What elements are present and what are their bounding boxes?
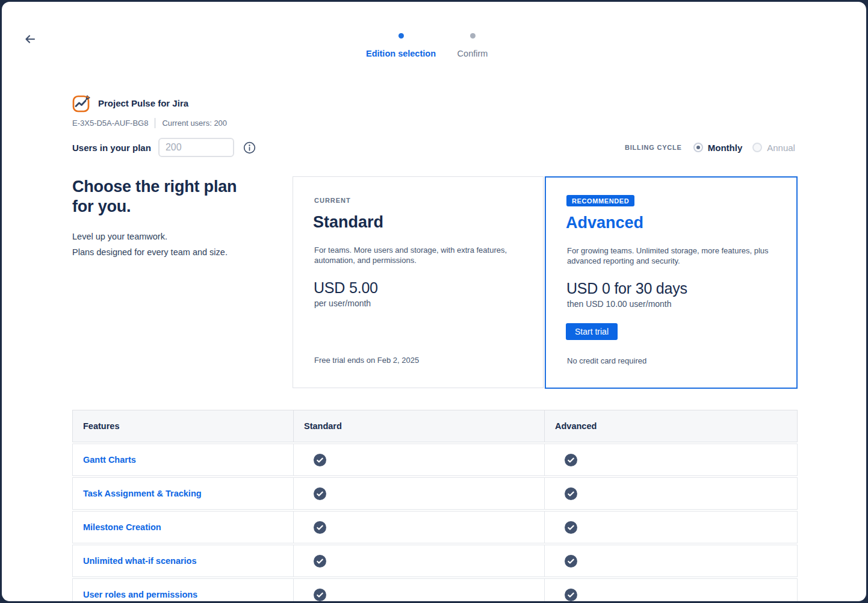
plan-feature-cell: [544, 545, 797, 577]
check-icon: [565, 555, 577, 567]
stepper-step-confirm[interactable]: Confirm: [442, 33, 503, 58]
license-row: E-3X5-D5A-AUF-BG8 Current users: 200: [72, 118, 227, 128]
plan-footnote: Free trial ends on Feb 2, 2025: [314, 356, 419, 365]
check-icon: [314, 487, 326, 500]
app-title: Project Pulse for Jira: [98, 98, 188, 108]
current-users-count: Current users: 200: [162, 119, 227, 128]
plan-feature-cell: [544, 478, 797, 509]
step-label: Confirm: [457, 49, 488, 58]
table-row: Unlimited what-if scenarios: [72, 545, 798, 577]
plan-price-note: per user/month: [314, 298, 371, 308]
page-subtitle: Level up your teamwork. Plans designed f…: [72, 229, 228, 260]
plan-feature-cell: [293, 512, 544, 543]
feature-link[interactable]: Milestone Creation: [83, 522, 161, 532]
table-row: User roles and permissions: [72, 578, 798, 601]
start-trial-button[interactable]: Start trial: [566, 323, 618, 340]
billing-cycle-control: BILLING CYCLE Monthly Annual: [625, 138, 795, 157]
feature-link[interactable]: Gantt Charts: [83, 455, 136, 465]
table-header-row: Features Standard Advanced: [72, 410, 798, 442]
plan-footnote: No credit card required: [567, 356, 646, 365]
table-header-standard: Standard: [293, 410, 544, 442]
plan-feature-cell: [293, 545, 544, 577]
step-dot-upcoming: [470, 33, 476, 39]
plan-price-note: then USD 10.00 user/month: [567, 299, 672, 309]
table-header-features: Features: [73, 410, 293, 442]
check-icon: [565, 589, 577, 601]
billing-annual-option[interactable]: Annual: [752, 143, 795, 153]
current-plan-tag: CURRENT: [314, 197, 351, 204]
plan-feature-cell: [293, 579, 544, 601]
check-icon: [314, 454, 326, 466]
billing-cycle-label: BILLING CYCLE: [625, 144, 682, 151]
plan-name: Advanced: [566, 214, 643, 232]
divider: [155, 118, 155, 128]
plan-description: For growing teams. Unlimited storage, mo…: [567, 246, 775, 266]
plan-card-standard: CURRENT Standard For teams. More users a…: [293, 176, 544, 388]
project-pulse-logo-icon: [72, 93, 91, 113]
feature-link[interactable]: Task Assignment & Tracking: [83, 489, 202, 498]
check-icon: [565, 487, 577, 500]
step-dot-active: [398, 33, 404, 39]
plan-feature-cell: [544, 579, 797, 601]
users-in-plan-row: Users in your plan: [72, 138, 256, 157]
info-icon[interactable]: [243, 141, 256, 154]
plan-feature-cell: [293, 444, 544, 475]
stepper-step-edition-selection[interactable]: Edition selection: [353, 33, 449, 58]
features-comparison-table: Features Standard Advanced Gantt ChartsT…: [72, 410, 798, 601]
billing-monthly-label: Monthly: [708, 143, 743, 153]
check-icon: [314, 555, 326, 567]
check-icon: [314, 521, 326, 534]
features-table-rows: Gantt ChartsTask Assignment & TrackingMi…: [72, 444, 798, 601]
radio-selected-icon[interactable]: [693, 143, 703, 152]
plan-feature-cell: [293, 478, 544, 509]
page-title: Choose the right plan for you.: [72, 177, 237, 217]
edition-selection-page: Edition selection Confirm Project Pulse …: [2, 2, 866, 601]
arrow-left-icon: [23, 32, 37, 46]
users-count-input[interactable]: [158, 138, 234, 157]
billing-monthly-option[interactable]: Monthly: [693, 143, 743, 153]
plan-price: USD 0 for 30 days: [566, 280, 687, 297]
app-header: Project Pulse for Jira: [72, 93, 188, 113]
table-row: Milestone Creation: [72, 511, 798, 543]
feature-link[interactable]: Unlimited what-if scenarios: [83, 556, 197, 566]
plan-price: USD 5.00: [314, 279, 378, 297]
table-header-advanced: Advanced: [544, 410, 797, 442]
recommended-badge: RECOMMENDED: [566, 195, 634, 206]
plan-card-advanced: RECOMMENDED Advanced For growing teams. …: [545, 176, 798, 389]
billing-annual-label: Annual: [767, 143, 795, 153]
step-label: Edition selection: [366, 49, 436, 58]
table-row: Gantt Charts: [72, 444, 798, 476]
table-row: Task Assignment & Tracking: [72, 477, 798, 510]
plan-feature-cell: [544, 444, 797, 475]
feature-link[interactable]: User roles and permissions: [83, 590, 197, 599]
back-button[interactable]: [22, 31, 39, 48]
check-icon: [314, 589, 326, 601]
users-in-plan-label: Users in your plan: [72, 143, 151, 153]
license-key: E-3X5-D5A-AUF-BG8: [72, 119, 148, 128]
plan-name: Standard: [313, 213, 383, 232]
check-icon: [565, 454, 577, 466]
radio-unselected-icon[interactable]: [752, 143, 762, 152]
check-icon: [565, 521, 577, 534]
plan-description: For teams. More users and storage, with …: [314, 245, 522, 265]
plan-feature-cell: [544, 512, 797, 543]
